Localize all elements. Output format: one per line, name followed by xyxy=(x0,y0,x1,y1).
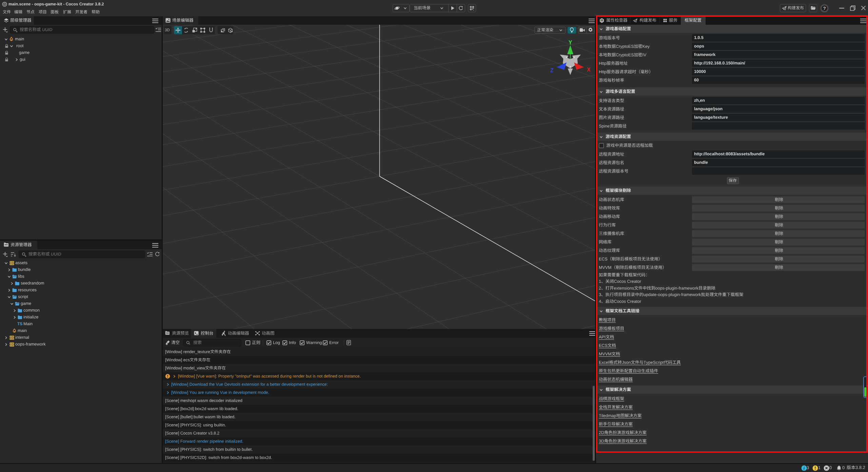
svg-text:i: i xyxy=(804,466,805,471)
svg-text:Y: Y xyxy=(569,40,572,45)
svg-text:?: ? xyxy=(823,6,826,11)
svg-text:X: X xyxy=(587,67,591,73)
svg-text:Z: Z xyxy=(550,67,554,73)
